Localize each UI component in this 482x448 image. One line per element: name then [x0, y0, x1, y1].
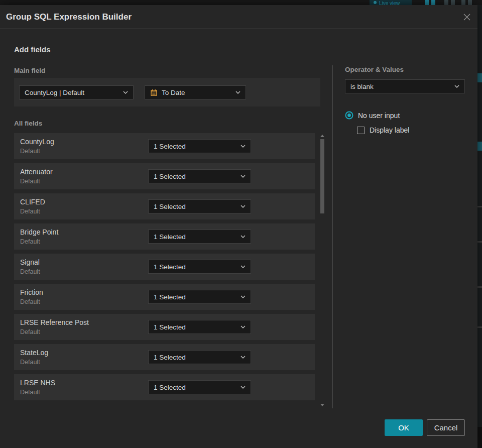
field-row: Attenuator Default 1 Selected [14, 163, 315, 189]
scrollbar-up-arrow-icon[interactable] [320, 135, 324, 137]
field-row: LRSE NHS Default 1 Selected [14, 374, 315, 400]
field-row: Bridge Point Default 1 Selected [14, 223, 315, 250]
background-fragment [477, 326, 482, 328]
background-fragment [477, 142, 482, 151]
chevron-down-icon [240, 356, 246, 359]
chevron-down-icon [240, 265, 246, 268]
background-fragment [477, 286, 482, 288]
field-subtitle: Default [20, 268, 40, 275]
field-subtitle: Default [20, 328, 40, 335]
field-name: Attenuator [20, 168, 53, 176]
field-subtitle: Default [20, 298, 40, 305]
group-sql-expression-builder-dialog: Group SQL Expression Builder Add fields … [0, 5, 477, 448]
chevron-down-icon [240, 205, 246, 208]
no-user-input-label: No user input [358, 111, 400, 120]
main-field-type-value: To Date [162, 89, 231, 96]
field-subtitle: Default [20, 208, 40, 215]
background-bar [431, 0, 435, 5]
scrollbar-thumb[interactable] [320, 139, 324, 213]
chevron-down-icon [123, 91, 128, 94]
close-button[interactable] [459, 9, 475, 25]
field-subtitle: Default [20, 238, 40, 245]
field-row: StateLog Default 1 Selected [14, 344, 315, 370]
chevron-down-icon [240, 235, 246, 238]
field-name: CountyLog [20, 138, 54, 146]
chevron-down-icon [240, 175, 246, 178]
field-subtitle: Default [20, 148, 40, 155]
background-fragment [477, 241, 482, 243]
background-fragment [477, 206, 482, 207]
chevron-down-icon [235, 91, 240, 94]
background-app-sliver [477, 5, 482, 448]
chevron-down-icon [240, 145, 246, 148]
live-view-dot-icon [374, 1, 377, 4]
background-app-strip: Live view [0, 0, 482, 5]
chevron-down-icon [240, 295, 246, 298]
main-field-type-dropdown[interactable]: To Date [145, 85, 246, 99]
chevron-down-icon [454, 85, 459, 88]
list-scrollbar[interactable] [320, 134, 325, 408]
dialog-title: Group SQL Expression Builder [6, 5, 132, 29]
field-row: CountyLog Default 1 Selected [14, 133, 315, 159]
field-selection-dropdown[interactable]: 1 Selected [148, 320, 251, 334]
chevron-down-icon [240, 325, 246, 328]
field-selection-value: 1 Selected [154, 263, 236, 271]
main-field-dropdown-value: CountyLog | Default [25, 89, 119, 96]
close-icon [463, 13, 471, 21]
field-name: CLIFED [20, 198, 45, 206]
field-selection-value: 1 Selected [154, 323, 236, 331]
background-bar [461, 0, 465, 5]
checkbox-unchecked-icon[interactable] [357, 127, 365, 134]
field-selection-dropdown[interactable]: 1 Selected [148, 260, 251, 274]
field-selection-dropdown[interactable]: 1 Selected [148, 199, 251, 213]
background-fragment [477, 73, 482, 82]
dialog-titlebar: Group SQL Expression Builder [0, 5, 477, 29]
field-selection-value: 1 Selected [154, 143, 236, 150]
operator-dropdown[interactable]: is blank [345, 79, 465, 93]
add-fields-heading: Add fields [14, 45, 51, 54]
main-field-dropdown[interactable]: CountyLog | Default [19, 85, 134, 99]
background-bar [425, 0, 429, 5]
panel-divider [332, 65, 333, 408]
field-subtitle: Default [20, 178, 40, 185]
field-row: Friction Default 1 Selected [14, 284, 315, 310]
background-bar [451, 0, 455, 5]
field-selection-value: 1 Selected [154, 293, 236, 301]
field-name: LRSE NHS [20, 379, 55, 387]
field-selection-dropdown[interactable]: 1 Selected [148, 169, 251, 183]
calendar-date-icon [150, 89, 158, 96]
cancel-button[interactable]: Cancel [427, 419, 465, 436]
live-view-badge: Live view [370, 0, 412, 5]
live-view-label: Live view [379, 1, 400, 5]
field-selection-dropdown[interactable]: 1 Selected [148, 350, 251, 364]
field-name: Bridge Point [20, 228, 58, 236]
all-fields-list: CountyLog Default 1 Selected Attenuator … [14, 133, 315, 404]
field-row: CLIFED Default 1 Selected [14, 193, 315, 219]
field-selection-dropdown[interactable]: 1 Selected [148, 290, 251, 304]
field-selection-value: 1 Selected [154, 203, 236, 210]
display-label-checkbox-row[interactable]: Display label [357, 126, 409, 134]
background-bar [444, 0, 448, 5]
field-selection-dropdown[interactable]: 1 Selected [148, 139, 251, 153]
field-name: StateLog [20, 349, 48, 357]
no-user-input-radio[interactable]: No user input [345, 111, 400, 120]
field-name: LRSE Reference Post [20, 318, 89, 326]
background-fragment [477, 427, 482, 448]
scrollbar-down-arrow-icon[interactable] [320, 404, 324, 406]
display-label-text: Display label [370, 126, 409, 134]
field-row: Signal Default 1 Selected [14, 254, 315, 280]
ok-button[interactable]: OK [385, 419, 423, 436]
field-subtitle: Default [20, 389, 40, 396]
field-selection-value: 1 Selected [154, 384, 236, 391]
field-selection-dropdown[interactable]: 1 Selected [148, 380, 251, 394]
main-field-label: Main field [14, 67, 45, 74]
field-selection-value: 1 Selected [154, 233, 236, 241]
background-bar [468, 0, 472, 5]
main-field-container: CountyLog | Default To Date [14, 78, 320, 106]
all-fields-label: All fields [14, 120, 42, 127]
field-name: Friction [20, 288, 43, 296]
operator-values-label: Operator & Values [345, 66, 404, 73]
field-selection-value: 1 Selected [154, 173, 236, 180]
field-selection-dropdown[interactable]: 1 Selected [148, 230, 251, 244]
field-row: LRSE Reference Post Default 1 Selected [14, 314, 315, 340]
